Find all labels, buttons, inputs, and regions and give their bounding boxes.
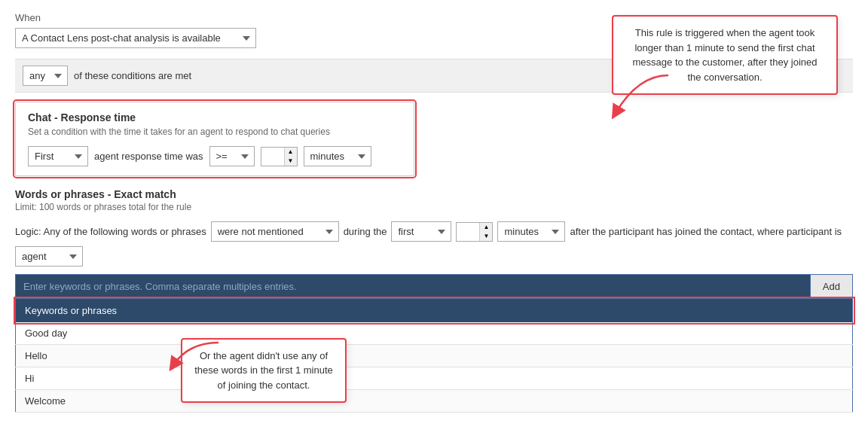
add-keyword-button[interactable]: Add [810,275,852,298]
of-conditions-text: of these conditions are met [74,70,191,81]
table-row: Good day [16,322,853,345]
arrow-bottom [166,335,226,373]
main-container: When A Contact Lens post-chat analysis i… [0,0,868,448]
chat-response-card: Chat - Response time Set a condition wit… [15,102,414,176]
logic-number-value[interactable]: 1 [457,223,479,240]
arrow-top [593,68,676,128]
during-text: during the [344,226,387,237]
after-text: after the participant has joined the con… [570,226,842,237]
participant-dropdown[interactable]: agent [15,246,83,267]
logic-spinner-up[interactable]: ▲ [480,223,492,232]
spinner-down[interactable]: ▼ [285,157,297,166]
first-dropdown[interactable]: First [28,146,88,166]
number-spinner[interactable]: 1 ▲ ▼ [261,147,298,166]
spinner-buttons: ▲ ▼ [284,148,297,166]
logic-spinner-down[interactable]: ▼ [480,232,492,241]
words-phrases-title: Words or phrases - Exact match [15,188,853,200]
keywords-table: Keywords or phrases Good dayHelloHiWelco… [15,299,853,413]
table-row: Hi [16,367,853,390]
card-condition-row: First agent response time was >= 1 ▲ ▼ m… [28,146,402,166]
any-dropdown[interactable]: any [23,66,68,86]
card-title: Chat - Response time [28,111,402,123]
table-row: Hello [16,345,853,367]
first-logic-dropdown[interactable]: first [391,221,451,242]
keyword-cell: Welcome [16,390,853,413]
number-value[interactable]: 1 [261,148,284,165]
logic-row: Logic: Any of the following words or phr… [15,221,853,267]
keyword-input-row: Add [15,274,853,299]
words-phrases-subtitle: Limit: 100 words or phrases total for th… [15,202,853,212]
logic-unit-dropdown[interactable]: minutes [497,221,565,242]
table-row: Welcome [16,390,853,413]
mention-dropdown[interactable]: were not mentioned [211,221,339,242]
unit-dropdown[interactable]: minutes [304,146,371,166]
keyword-input[interactable] [16,275,810,298]
keyword-cell: Good day [16,322,853,345]
keywords-column-header: Keywords or phrases [16,299,853,322]
keyword-cell: Hello [16,345,853,367]
logic-spinner-buttons: ▲ ▼ [479,223,492,241]
spinner-up[interactable]: ▲ [285,148,297,157]
agent-response-label: agent response time was [94,151,203,162]
when-dropdown[interactable]: A Contact Lens post-chat analysis is ava… [15,28,256,48]
logic-prefix: Logic: Any of the following words or phr… [15,226,206,237]
keyword-cell: Hi [16,367,853,390]
card-subtitle: Set a condition with the time it takes f… [28,126,402,137]
operator-dropdown[interactable]: >= [209,146,255,166]
logic-number-spinner[interactable]: 1 ▲ ▼ [456,222,493,242]
